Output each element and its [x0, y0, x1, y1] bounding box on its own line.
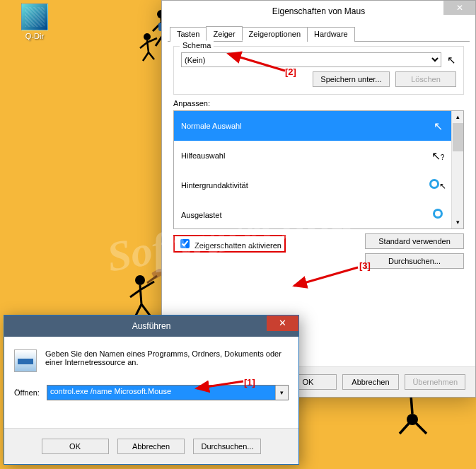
annotation-highlight: Zeigerschatten aktivieren	[173, 235, 286, 253]
cancel-button[interactable]: Abbrechen	[342, 374, 399, 390]
scroll-up-button[interactable]: ▴	[452, 111, 464, 123]
delete-button: Löschen	[395, 71, 456, 87]
dialog-title: Eigenschaften von Maus	[272, 6, 365, 16]
close-button[interactable]: ✕	[443, 1, 475, 15]
list-item-label: Hintergrundaktivität	[181, 181, 248, 190]
run-command-value: control.exe /name Microsoft.Mouse	[47, 386, 275, 400]
list-item-label: Ausgelastet	[181, 211, 221, 219]
cursor-preview-icon: ↖	[429, 179, 446, 192]
titlebar[interactable]: Eigenschaften von Maus ✕	[162, 1, 475, 22]
use-default-button[interactable]: Standard verwenden	[365, 233, 464, 249]
cancel-button[interactable]: Abbrechen	[117, 439, 185, 454]
tab-hardware[interactable]: Hardware	[307, 27, 355, 42]
svg-point-1	[144, 33, 151, 40]
desktop-icon-label: Q-Dir	[25, 32, 44, 40]
list-item[interactable]: Ausgelastet	[174, 200, 463, 229]
list-item-label: Normale Auswahl	[181, 122, 242, 130]
tab-buttons[interactable]: Tasten	[170, 27, 207, 42]
run-description: Geben Sie den Namen eines Programms, Ord…	[45, 349, 289, 366]
browse-button[interactable]: Durchsuchen...	[193, 439, 261, 454]
list-item[interactable]: Hilfeauswahl ↖?	[174, 141, 463, 170]
dialog-button-row: OK Abbrechen Durchsuchen...	[4, 428, 298, 464]
browse-button[interactable]: Durchsuchen...	[365, 253, 464, 269]
save-as-button[interactable]: Speichern unter...	[313, 71, 389, 87]
list-item[interactable]: Hintergrundaktivität ↖	[174, 170, 463, 200]
app-icon	[21, 4, 48, 30]
scroll-down-button[interactable]: ▾	[452, 216, 464, 228]
dialog-title: Ausführen	[132, 321, 171, 331]
ok-button[interactable]: OK	[42, 439, 109, 454]
run-dialog: Ausführen ✕ Geben Sie den Namen eines Pr…	[4, 315, 299, 465]
svg-point-3	[135, 275, 145, 285]
cursor-listbox[interactable]: Normale Auswahl ↖ Hilfeauswahl ↖? Hinter…	[173, 110, 464, 229]
tab-pointers[interactable]: Zeiger	[206, 26, 242, 41]
list-item[interactable]: Normale Auswahl ↖	[174, 111, 463, 141]
open-label: Öffnen:	[14, 388, 40, 397]
schema-group: Schema (Kein) ↖ Speichern unter... Lösch…	[173, 46, 464, 95]
customize-label: Anpassen:	[173, 99, 464, 108]
schema-group-label: Schema	[180, 41, 214, 50]
titlebar[interactable]: Ausführen ✕	[4, 315, 298, 337]
cursor-preview-icon	[429, 209, 446, 221]
apply-button: Übernehmen	[405, 374, 465, 390]
list-item-label: Hilfeauswahl	[181, 151, 225, 160]
desktop-icon-qdir[interactable]: Q-Dir	[21, 4, 48, 40]
cursor-arrow-icon: ↖	[447, 54, 456, 66]
cursor-preview-icon: ↖	[429, 120, 446, 133]
schema-select[interactable]: (Kein)	[181, 52, 441, 67]
run-command-input[interactable]: control.exe /name Microsoft.Mouse ▾	[47, 385, 289, 400]
tab-pointer-options[interactable]: Zeigeroptionen	[242, 27, 308, 42]
tab-strip: Tasten Zeiger Zeigeroptionen Hardware	[168, 26, 470, 42]
dropdown-arrow-icon[interactable]: ▾	[275, 386, 288, 400]
scroll-thumb[interactable]	[453, 123, 463, 151]
scrollbar[interactable]: ▴ ▾	[451, 111, 463, 228]
cursor-preview-icon: ↖?	[429, 149, 446, 163]
enable-shadow-label: Zeigerschatten aktivieren	[195, 241, 281, 250]
enable-shadow-checkbox[interactable]	[180, 239, 190, 248]
close-button[interactable]: ✕	[267, 315, 298, 331]
run-icon	[14, 349, 37, 372]
